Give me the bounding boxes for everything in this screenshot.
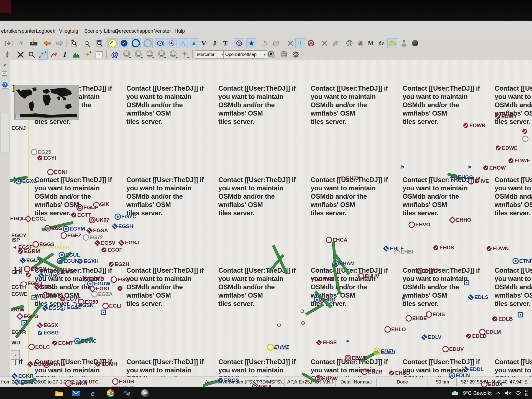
snapshot-icon[interactable] — [267, 50, 277, 60]
airport-marker-edwr[interactable] — [463, 123, 468, 128]
airport-marker-gik[interactable] — [93, 202, 100, 206]
projection-dropdown[interactable]: Mercator▾ — [195, 50, 226, 59]
move-aircraft-icon[interactable]: ✈ — [83, 50, 93, 60]
airport-marker-eddl[interactable] — [464, 367, 468, 372]
airport-marker-ehmz[interactable] — [267, 344, 274, 351]
airport-marker-eggs[interactable] — [33, 241, 39, 248]
select-aircraft-icon[interactable]: [✈] — [4, 38, 14, 48]
airport-marker[interactable] — [277, 324, 281, 327]
terrain-icon[interactable] — [331, 38, 341, 48]
airport-marker-ebzr[interactable] — [361, 369, 368, 375]
airport-marker[interactable] — [97, 277, 104, 280]
airspace-restricted-filter-icon[interactable]: RSTR — [145, 50, 155, 60]
grid-6s-icon[interactable]: 6s — [376, 38, 386, 48]
airport-marker-egss[interactable] — [43, 306, 47, 310]
airport-marker[interactable]: ⚑ — [400, 165, 405, 170]
airport-marker-egym[interactable] — [63, 226, 69, 232]
airport-marker-eg72[interactable] — [83, 234, 89, 241]
airport-marker-edis[interactable] — [426, 311, 432, 318]
menu-item-ebruikerspunten[interactable]: ebruikerspunten — [1, 28, 37, 34]
airport-marker[interactable] — [32, 295, 37, 300]
back-icon[interactable] — [42, 38, 52, 48]
airport-marker-ehrd[interactable] — [314, 297, 320, 303]
zoom-page-icon[interactable] — [82, 38, 92, 48]
airport-marker-egdh[interactable] — [112, 378, 119, 385]
airport-marker-egsi[interactable] — [45, 225, 51, 232]
airport-marker-egkh[interactable] — [65, 380, 72, 387]
airport-marker-edln[interactable] — [449, 372, 455, 379]
info-cursor-icon[interactable]: I — [60, 50, 70, 60]
airport-marker-egxc[interactable] — [16, 178, 22, 185]
toggle-ndb-labels-icon[interactable]: J∕ — [210, 38, 220, 48]
menu-item-logboek[interactable]: Logboek — [36, 28, 55, 34]
filter-airport-icon[interactable] — [131, 38, 141, 48]
filter-airspace-icon[interactable] — [234, 38, 244, 48]
airport-marker-ehbe[interactable] — [406, 315, 412, 322]
range-rings-icon[interactable]: ◉ — [356, 38, 366, 48]
airport-marker-egun[interactable] — [57, 258, 63, 264]
paint-runway-icon[interactable] — [28, 38, 38, 48]
airspace-fir-filter-icon[interactable]: FIR — [134, 50, 144, 60]
airport-marker-edwn[interactable] — [487, 246, 492, 251]
globe-icon[interactable] — [344, 38, 354, 48]
airport-marker-ehte[interactable] — [417, 268, 423, 274]
filter-waypoint-icon[interactable]: △ — [178, 38, 188, 48]
airport-marker-egza[interactable] — [91, 291, 98, 298]
airspace-icao-filter-icon[interactable]: ICAO — [122, 50, 132, 60]
airport-marker-egts[interactable] — [42, 292, 49, 299]
airport-marker[interactable] — [522, 129, 527, 134]
toggle-vor-labels-icon[interactable]: V∕ — [199, 38, 209, 48]
help-button[interactable]: ? — [1, 81, 9, 89]
internet-explorer-icon[interactable]: e — [88, 388, 98, 398]
settings-icon[interactable] — [291, 50, 301, 60]
airport-marker-edwe[interactable] — [496, 145, 501, 150]
airport-marker-ehds[interactable] — [433, 245, 438, 250]
airport-marker-ehca[interactable] — [326, 237, 332, 243]
wifi-icon[interactable] — [515, 391, 521, 396]
airport-marker-eduv[interactable] — [443, 346, 449, 352]
menu-item-vliegtuig[interactable]: Vliegtuig — [59, 28, 78, 34]
route-edit-icon[interactable] — [38, 50, 48, 60]
airport-marker-edwy[interactable] — [495, 114, 500, 119]
airport-marker-egul[interactable] — [59, 252, 65, 258]
menu-item-venster[interactable]: Venster — [154, 28, 171, 34]
airport-marker[interactable] — [26, 272, 31, 277]
airport-marker-egsu[interactable] — [35, 285, 39, 289]
route-new-icon[interactable] — [49, 50, 59, 60]
airport-marker-egof[interactable] — [101, 247, 106, 252]
overview-world-map[interactable] — [14, 85, 79, 120]
info-panel-icon[interactable]: ? — [94, 50, 104, 60]
airport-marker-eguy[interactable] — [21, 258, 25, 263]
airport-marker-egvt[interactable]: ✕ — [60, 296, 65, 301]
airport-marker-ebul[interactable] — [252, 383, 259, 387]
airport-marker-ehhv[interactable] — [358, 273, 364, 280]
traffic-icon[interactable]: ✈ — [295, 38, 305, 48]
tray-language[interactable]: NLIN — [525, 390, 529, 397]
airport-marker-ebaw[interactable] — [315, 375, 322, 382]
airport-marker-ehbi[interactable] — [394, 250, 400, 254]
tool-x-icon[interactable] — [319, 38, 329, 48]
airport-marker-egqn[interactable] — [24, 266, 30, 272]
database-icon[interactable] — [279, 50, 289, 60]
osm-attribution-icon[interactable]: @ — [110, 50, 120, 60]
airport-marker-eg25[interactable] — [31, 149, 37, 155]
search-map-icon[interactable] — [27, 50, 37, 60]
filter-ndb-icon[interactable] — [167, 38, 177, 48]
panel-expander[interactable]: › — [11, 350, 20, 360]
file-explorer-icon[interactable] — [54, 388, 64, 398]
mountains-icon[interactable]: M — [366, 38, 376, 48]
airport-marker-egli[interactable] — [103, 303, 109, 309]
airport-marker-egsg[interactable] — [38, 331, 42, 335]
airport-marker-ehgg[interactable] — [451, 174, 457, 181]
airport-marker-egyc[interactable] — [115, 214, 121, 220]
tray-chevron-icon[interactable] — [496, 391, 501, 395]
airport-marker[interactable] — [522, 136, 529, 142]
airport-marker[interactable] — [101, 310, 106, 315]
compass-icon[interactable] — [306, 38, 316, 48]
airport-marker-egmh[interactable] — [95, 362, 100, 367]
measure-icon[interactable] — [16, 50, 25, 60]
weather-icon[interactable] — [387, 38, 397, 48]
airport-marker[interactable] — [464, 280, 469, 285]
airport-marker-etnp[interactable] — [513, 258, 519, 264]
airport-marker-egsc[interactable] — [39, 273, 44, 278]
